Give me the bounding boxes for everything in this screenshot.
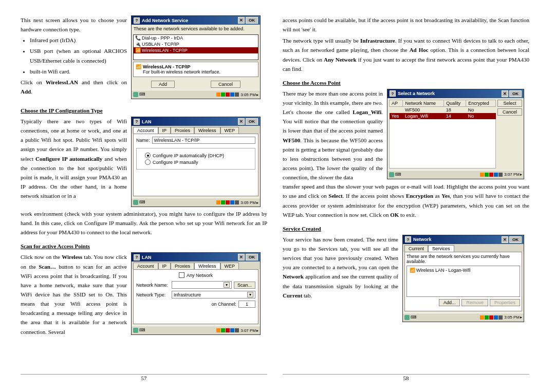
name-field[interactable]: WirelessLAN - TCP/IP (152, 137, 255, 144)
close-icon[interactable]: ✕ (238, 254, 245, 260)
keyboard-icon[interactable]: ⌨ (411, 315, 417, 320)
scan-button[interactable]: Scan... (234, 282, 255, 289)
tab-proxies[interactable]: Proxies (171, 263, 194, 269)
start-icon[interactable] (389, 172, 394, 177)
start-icon[interactable] (133, 328, 138, 333)
list-item-selected[interactable]: 📶WirelessLAN - TCP/IP (134, 47, 258, 53)
tab-account[interactable]: Account (133, 127, 158, 134)
close-icon[interactable]: ✕ (238, 17, 245, 24)
tray-icon (226, 92, 230, 97)
select-button[interactable]: Select (497, 100, 522, 107)
tab-account[interactable]: Account (133, 263, 158, 269)
help-icon[interactable]: ? (134, 119, 140, 125)
tab-wep[interactable]: WEP (220, 263, 239, 269)
service-text: Your service has now been created. The n… (283, 235, 398, 300)
cancel-button[interactable]: Cancel (497, 108, 522, 116)
ipconfig-overflow: work environment (check with your system… (21, 209, 267, 237)
tab-services[interactable]: Services (428, 245, 454, 252)
tab-body: These are the network services you curre… (404, 252, 522, 311)
list-item[interactable]: 🔌USBLAN - TCP/IP (134, 41, 258, 47)
network-dialog: ? Network ✕ OK Current Services These ar… (402, 235, 524, 322)
intro-left: This next screen allows you to choose yo… (21, 15, 127, 96)
tray-icon (230, 92, 234, 97)
any-network-checkbox[interactable]: Any Network (136, 272, 255, 278)
add-network-service-dialog: ? Add Network Service ✕ OK These are the… (131, 15, 261, 99)
tray-icon (485, 315, 489, 320)
ok-button[interactable]: OK (509, 90, 522, 97)
properties-button[interactable]: Properties (490, 299, 520, 306)
clock: 3:07 PM (240, 328, 256, 333)
clock: 3:05 PM (504, 315, 520, 320)
services-list[interactable]: 📶Wireless LAN - Logan-Wifi (406, 266, 520, 297)
add-button[interactable]: Add... (439, 299, 460, 306)
lan-dialog-account: ? LAN ✕ OK Account IP Proxies Wireless W… (131, 117, 261, 207)
ok-button[interactable]: OK (246, 17, 258, 24)
keyboard-icon[interactable]: ⌨ (139, 200, 145, 205)
help-icon[interactable]: ? (134, 254, 140, 260)
tray-icon (221, 200, 225, 204)
radio-dhcp[interactable]: Configure IP automatically (DHCP) (145, 153, 252, 158)
tab-wireless[interactable]: Wireless (194, 127, 220, 134)
clock: 3:05 PM (240, 92, 256, 97)
detail-title: WirelessLAN - TCP/IP (143, 64, 190, 69)
close-icon[interactable]: ✕ (238, 118, 245, 125)
battery-icon (235, 200, 239, 204)
ipconfig-text: Typically there are two types of Wifi co… (21, 117, 127, 200)
start-icon[interactable] (404, 315, 410, 320)
wifi-icon: 📶 (135, 48, 140, 53)
table-row[interactable]: WF500 18 No (390, 106, 496, 113)
network-type-dropdown[interactable]: Infrastructure (172, 291, 255, 298)
remove-button[interactable]: Remove (461, 299, 488, 306)
intro-text: This next screen allows you to choose yo… (21, 15, 127, 34)
start-icon[interactable] (133, 92, 138, 97)
table-row-selected[interactable]: Yes Logan_Wifi 14 No (390, 113, 496, 119)
battery-icon (235, 328, 239, 332)
dialog-title: LAN (142, 119, 152, 124)
tab-current[interactable]: Current (404, 245, 428, 252)
tab-wep[interactable]: WEP (220, 127, 239, 134)
add-button[interactable]: Add (151, 81, 175, 88)
tab-proxies[interactable]: Proxies (171, 127, 194, 134)
close-icon[interactable]: ✕ (502, 90, 508, 97)
wifi-icon: 📶 (136, 64, 141, 69)
tray-icon (494, 315, 498, 320)
tab-ip[interactable]: IP (158, 263, 171, 269)
arrow-icon: ▸ (520, 172, 522, 177)
tray-icon (480, 173, 484, 177)
service-list[interactable]: 📞Dial-up - PPP - IrDA 🔌USBLAN - TCP/IP 📶… (133, 34, 258, 60)
col-ap: AP (390, 100, 403, 106)
bullet-wifi: built-in Wifi card. (30, 67, 127, 76)
radio-icon (145, 159, 151, 165)
taskbar: ⌨ 3:07 PM ▸ (387, 170, 524, 179)
help-icon[interactable]: ? (405, 236, 411, 242)
tray-icon (494, 173, 498, 177)
close-icon[interactable]: ✕ (502, 236, 508, 243)
channel-field[interactable]: 1 (238, 301, 255, 308)
ok-button[interactable]: OK (246, 118, 258, 125)
radio-manual[interactable]: Configure IP manually (145, 159, 252, 165)
help-icon[interactable]: ? (390, 90, 396, 97)
ok-button[interactable]: OK (509, 236, 522, 243)
start-icon[interactable] (133, 200, 138, 205)
network-name-label: Network Name: (136, 283, 170, 288)
dialog-title: Network (413, 237, 432, 242)
heading-ip-config: Choose the IP Configuration Type (21, 107, 267, 114)
dialog-titlebar: ? Network ✕ OK (403, 235, 524, 244)
list-item[interactable]: 📞Dial-up - PPP - IrDA (134, 35, 258, 41)
keyboard-icon[interactable]: ⌨ (395, 172, 401, 177)
tray-icon (221, 328, 225, 332)
keyboard-icon[interactable]: ⌨ (139, 328, 145, 333)
page-58: access points could be available, but if… (283, 15, 529, 375)
list-item[interactable]: 📶Wireless LAN - Logan-Wifi (408, 267, 519, 273)
tray-icon (230, 328, 234, 332)
keyboard-icon[interactable]: ⌨ (139, 92, 145, 97)
network-name-dropdown[interactable] (172, 281, 232, 289)
help-icon[interactable]: ? (134, 17, 140, 24)
tab-ip[interactable]: IP (158, 127, 171, 134)
top-para-b: The network type will usually be Infrast… (283, 36, 529, 73)
tray-icon (485, 173, 489, 177)
services-desc: These are the network services you curre… (406, 254, 520, 264)
tab-wireless[interactable]: Wireless (194, 263, 220, 269)
cancel-button[interactable]: Cancel (211, 81, 240, 88)
ok-button[interactable]: OK (246, 254, 258, 260)
